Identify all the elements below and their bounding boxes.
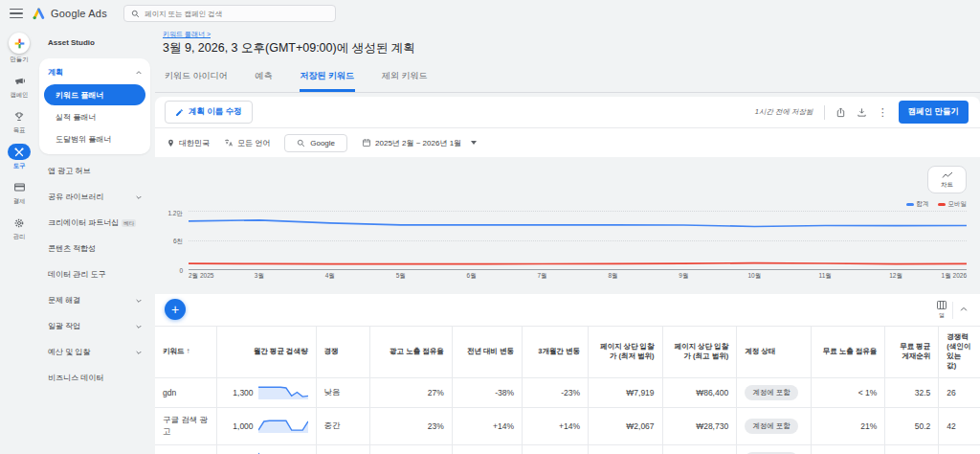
sidebar-item-planner[interactable]: 도달범위 플래너	[39, 128, 150, 150]
plan-toolbar: 계획 이름 수정 1시간 전에 저장됨	[155, 97, 980, 128]
sidebar-item[interactable]: 일괄 작업	[39, 313, 150, 339]
global-search-input[interactable]	[145, 10, 328, 18]
column-header[interactable]: 경쟁력(색인이 있는 값)	[939, 327, 980, 378]
cell-competitiveness: 41	[939, 444, 980, 454]
tab-제외 키워드[interactable]: 제외 키워드	[381, 65, 429, 92]
tab-키워드 아이디어[interactable]: 키워드 아이디어	[164, 65, 229, 92]
search-icon	[131, 10, 140, 18]
column-header[interactable]: 계정 상태	[737, 327, 812, 378]
chevron-down-icon	[135, 323, 143, 330]
rail-item-label: 관리	[13, 233, 26, 241]
more-options-icon[interactable]: ⋮	[878, 107, 888, 118]
table-row: 구글 광고6,600중간11%0%0%₩2,067₩15,231계정에 포함11…	[155, 444, 980, 454]
chevron-down-icon	[135, 349, 143, 356]
sidebar-item-label: 문제 해결	[48, 295, 80, 306]
column-header[interactable]: 무료 평균 게재순위	[885, 327, 939, 378]
cell-top-bid-low: ₩2,067	[589, 444, 663, 454]
sidebar-item-asset-studio[interactable]: Asset Studio	[39, 29, 150, 58]
x-axis-tick: 10월	[747, 272, 761, 281]
cell-organic-impr-share: < 1%	[811, 377, 885, 407]
column-header[interactable]: 페이지 상단 입찰가 (최저 범위)	[589, 327, 663, 378]
cell-three-month-change: +14%	[523, 407, 589, 444]
rail-item-label: 목표	[13, 126, 26, 135]
tab-예측[interactable]: 예측	[255, 65, 274, 92]
cell-top-bid-high: ₩86,400	[662, 377, 737, 407]
edit-plan-name-button[interactable]: 계획 이름 수정	[165, 101, 253, 124]
rail-item-trophy[interactable]: 목표	[0, 108, 38, 135]
sidebar-group-plan[interactable]: 계획	[39, 61, 150, 83]
cell-three-month-change: -23%	[523, 377, 589, 407]
add-keyword-button[interactable]: +	[165, 299, 186, 320]
collapse-table-icon[interactable]	[959, 305, 969, 314]
avg-searches-value: 1,300	[233, 388, 253, 397]
sidebar-item[interactable]: 비즈니스 데이터	[39, 365, 150, 391]
column-header[interactable]: 광고 노출 점유율	[369, 327, 452, 378]
sidebar-item-planner[interactable]: 실적 플래너	[39, 106, 150, 128]
cell-keyword[interactable]: 구글 광고	[155, 444, 217, 454]
cell-ad-impr-share: 27%	[369, 377, 452, 407]
avg-searches-cell: 1,300	[225, 385, 307, 399]
rail-item-create-plus[interactable]: 만들기	[0, 33, 38, 64]
column-header[interactable]: 키워드↑	[155, 327, 217, 378]
breadcrumb[interactable]: 키워드 플래너 >	[163, 30, 211, 39]
columns-button[interactable]: 열	[936, 300, 947, 320]
sidebar-item[interactable]: 공유 라이브러리	[39, 184, 150, 210]
cell-competitiveness: 26	[939, 377, 980, 407]
tab-저장된 키워드[interactable]: 저장된 키워드	[300, 65, 356, 92]
top-app-bar: Google Ads	[0, 0, 980, 27]
sidebar-item-label: 앱 광고 허브	[48, 166, 90, 176]
date-range-filter[interactable]: 2025년 2월 ~ 2026년 1월	[362, 138, 477, 148]
y-axis-tick: 6천	[173, 238, 183, 246]
sidebar-item[interactable]: 크리에이터 파트너십베타	[39, 210, 150, 236]
pencil-icon	[175, 108, 184, 117]
chart-toggle-button[interactable]: 차트	[927, 166, 967, 193]
sidebar-item-label: 예산 및 입찰	[48, 347, 90, 357]
cell-keyword[interactable]: gdn	[155, 377, 217, 407]
search-volume-sparkline	[258, 419, 308, 433]
trophy-icon	[8, 108, 31, 125]
x-axis-tick: 4월	[325, 272, 335, 281]
column-header[interactable]: 전년 대비 변동	[452, 327, 522, 378]
sidebar-item[interactable]: 데이터 관리 도구	[39, 261, 150, 287]
column-header[interactable]: 월간 평균 검색량	[217, 327, 316, 378]
rail-item-billing-card[interactable]: 결제	[0, 179, 38, 206]
cell-ad-impr-share: 11%	[369, 444, 452, 454]
legend-swatch	[938, 203, 946, 206]
column-header[interactable]: 무료 노출 점유율	[811, 327, 885, 378]
sidebar-item[interactable]: 콘텐츠 적합성	[39, 236, 150, 261]
global-search[interactable]	[123, 5, 336, 22]
plan-group-card: 계획 키워드 플래너실적 플래너도달범위 플래너	[39, 58, 150, 154]
rail-item-tools[interactable]: 도구	[0, 144, 38, 170]
sidebar-item-keyword-planner-active[interactable]: 키워드 플래너	[44, 84, 145, 105]
network-filter[interactable]: Google	[284, 134, 347, 152]
x-axis-tick: 11월	[819, 272, 832, 281]
column-header[interactable]: 경쟁	[316, 327, 369, 378]
sort-ascending-icon: ↑	[187, 347, 190, 355]
cell-ad-impr-share: 23%	[369, 407, 452, 444]
rail-item-label: 도구	[13, 162, 26, 170]
column-header[interactable]: 3개월간 변동	[523, 327, 589, 378]
google-ads-logo: Google Ads	[32, 7, 107, 21]
avg-searches-value: 1,000	[233, 421, 253, 431]
sidebar-item[interactable]: 앱 광고 허브	[39, 158, 150, 184]
sidebar-item-label: 데이터 관리 도구	[48, 269, 105, 280]
create-campaign-button[interactable]: 캠페인 만들기	[899, 101, 969, 124]
cell-avg-searches: 6,600	[217, 444, 316, 454]
location-filter[interactable]: 대한민국	[167, 138, 210, 148]
language-filter[interactable]: 모든 언어	[224, 138, 270, 148]
rail-item-megaphone[interactable]: 캠페인	[0, 73, 38, 100]
column-header[interactable]: 페이지 상단 입찰가 (최고 범위)	[662, 327, 737, 378]
cell-avg-searches: 1,000	[217, 407, 316, 444]
hamburger-menu-icon[interactable]	[10, 9, 23, 19]
sidebar-item[interactable]: 문제 해결	[39, 287, 150, 313]
rail-item-gear[interactable]: 관리	[0, 215, 38, 241]
keywords-table-section: + 열 키워드↑월간 평균 검색량경쟁광고 노출 점유율전년 대비 변동3개월간…	[155, 294, 980, 454]
account-status-badge: 계정에 포함	[745, 385, 798, 400]
logo-text: Google Ads	[51, 8, 107, 19]
download-icon[interactable]	[857, 107, 867, 118]
cell-organic-impr-share: 11%	[811, 444, 885, 454]
cell-keyword[interactable]: 구글 검색 광고	[155, 407, 217, 444]
cell-competitiveness: 42	[939, 407, 980, 444]
sidebar-item[interactable]: 예산 및 입찰	[39, 339, 150, 365]
share-icon[interactable]	[835, 107, 846, 118]
